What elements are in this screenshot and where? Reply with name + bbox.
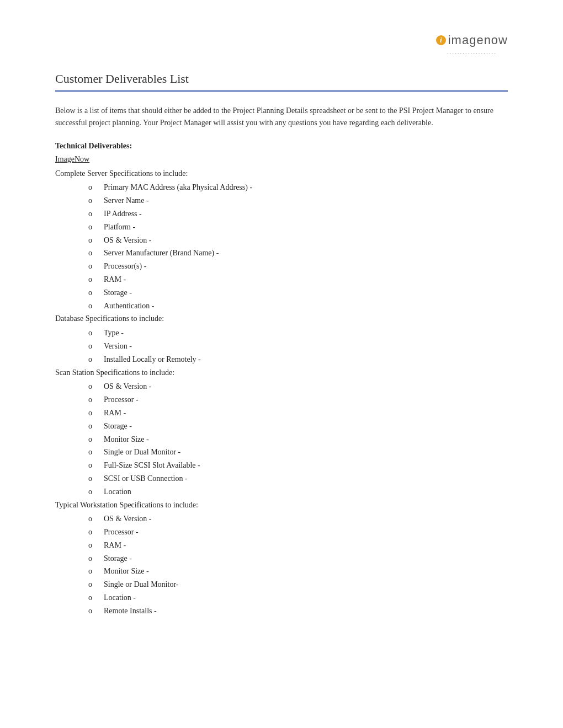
list-label: Processor(s) - [104, 260, 146, 273]
server-heading: Complete Server Specifications to includ… [55, 167, 508, 180]
workstation-list: o OS & Version - o Processor - o RAM - o… [55, 512, 508, 617]
bullet: o [88, 194, 104, 207]
list-label: Monitor Size - [104, 565, 149, 578]
list-item: o Storage - [88, 420, 508, 433]
list-label: Server Manufacturer (Brand Name) - [104, 247, 219, 260]
bullet: o [88, 485, 104, 499]
logo-text: imagenow [448, 33, 508, 47]
list-item: o Location - [88, 591, 508, 604]
list-label: Type - [104, 326, 124, 340]
list-label: RAM - [104, 539, 126, 552]
server-list: o Primary MAC Address (aka Physical Addr… [55, 181, 508, 312]
list-item: o Platform - [88, 221, 508, 234]
list-label: SCSI or USB Connection - [104, 472, 188, 485]
database-heading: Database Specifications to include: [55, 312, 508, 325]
scan-list: o OS & Version - o Processor - o RAM - o… [55, 380, 508, 498]
bullet: o [88, 260, 104, 273]
bullet: o [88, 526, 104, 539]
logo-dots: ................... [447, 49, 497, 55]
remote-installs-label: Remote Installs - [104, 604, 157, 618]
intro-paragraph: Below is a list of items that should eit… [55, 105, 508, 130]
header: imagenow ................... [55, 33, 508, 55]
bullet: o [88, 552, 104, 565]
imagenow-label: ImageNow [55, 153, 508, 166]
list-item: o Version - [88, 340, 508, 353]
title-section: Customer Deliverables List [55, 72, 508, 92]
list-item: o Single or Dual Monitor- [88, 578, 508, 591]
list-item: o OS & Version - [88, 512, 508, 526]
list-item: o Location [88, 485, 508, 499]
technical-section: Technical Deliverables: ImageNow Complet… [55, 142, 508, 618]
bullet: o [88, 207, 104, 221]
bullet: o [88, 433, 104, 446]
list-item: o Single or Dual Monitor - [88, 446, 508, 459]
bullet: o [88, 446, 104, 459]
list-label: RAM - [104, 406, 126, 420]
bullet: o [88, 340, 104, 353]
bullet: o [88, 286, 104, 299]
list-label: Monitor Size - [104, 433, 149, 446]
bullet: o [88, 512, 104, 526]
bullet: o [88, 273, 104, 286]
single-dual-monitor-workstation-label: Single or Dual Monitor- [104, 578, 178, 591]
list-label: Storage - [104, 420, 132, 433]
list-label: OS & Version - [104, 380, 151, 393]
scan-heading: Scan Station Specifications to include: [55, 366, 508, 379]
list-label: OS & Version - [104, 512, 151, 526]
page-title: Customer Deliverables List [55, 72, 508, 86]
list-item: o Processor - [88, 526, 508, 539]
list-item: o OS & Version - [88, 380, 508, 393]
list-item: o Type - [88, 326, 508, 340]
list-item: o OS & Version - [88, 234, 508, 247]
technical-heading: Technical Deliverables: [55, 142, 508, 151]
bullet: o [88, 591, 104, 604]
list-label: Installed Locally or Remotely - [104, 353, 201, 366]
bullet: o [88, 604, 104, 618]
bullet: o [88, 247, 104, 260]
single-dual-monitor-scan-label: Single or Dual Monitor - [104, 446, 180, 459]
bullet: o [88, 459, 104, 472]
logo-i-icon [436, 35, 446, 45]
list-item: o Monitor Size - [88, 433, 508, 446]
list-label: Version - [104, 340, 132, 353]
list-item: o Installed Locally or Remotely - [88, 353, 508, 366]
bullet: o [88, 539, 104, 552]
bullet: o [88, 221, 104, 234]
list-label: Location - [104, 591, 136, 604]
list-item: o Processor(s) - [88, 260, 508, 273]
bullet: o [88, 406, 104, 420]
list-item: o SCSI or USB Connection - [88, 472, 508, 485]
list-label: Server Name - [104, 194, 149, 207]
list-item: o RAM - [88, 406, 508, 420]
list-label: Processor - [104, 526, 139, 539]
bullet: o [88, 420, 104, 433]
authentication-label: Authentication - [104, 299, 154, 313]
list-item: o Remote Installs - [88, 604, 508, 618]
bullet: o [88, 234, 104, 247]
list-label: Primary MAC Address (aka Physical Addres… [104, 181, 252, 194]
list-item: o Full-Size SCSI Slot Available - [88, 459, 508, 472]
list-label: RAM - [104, 273, 126, 286]
title-underline [55, 90, 508, 92]
list-item: o RAM - [88, 539, 508, 552]
list-label: Platform - [104, 221, 135, 234]
workstation-heading: Typical Workstation Specifications to in… [55, 499, 508, 512]
logo-container: imagenow ................... [436, 33, 508, 55]
list-item: o Server Name - [88, 194, 508, 207]
list-item: o Server Manufacturer (Brand Name) - [88, 247, 508, 260]
bullet: o [88, 393, 104, 406]
list-item: o Storage - [88, 286, 508, 299]
list-label: OS & Version - [104, 234, 151, 247]
list-label: IP Address - [104, 207, 142, 221]
bullet: o [88, 326, 104, 340]
list-label: Full-Size SCSI Slot Available - [104, 459, 200, 472]
bullet: o [88, 353, 104, 366]
list-label: Storage - [104, 286, 132, 299]
page-container: imagenow ................... Customer De… [0, 0, 563, 728]
bullet: o [88, 380, 104, 393]
list-item: o Monitor Size - [88, 565, 508, 578]
database-list: o Type - o Version - o Installed Locally… [55, 326, 508, 366]
bullet: o [88, 472, 104, 485]
bullet: o [88, 565, 104, 578]
list-label: Location [104, 485, 131, 499]
